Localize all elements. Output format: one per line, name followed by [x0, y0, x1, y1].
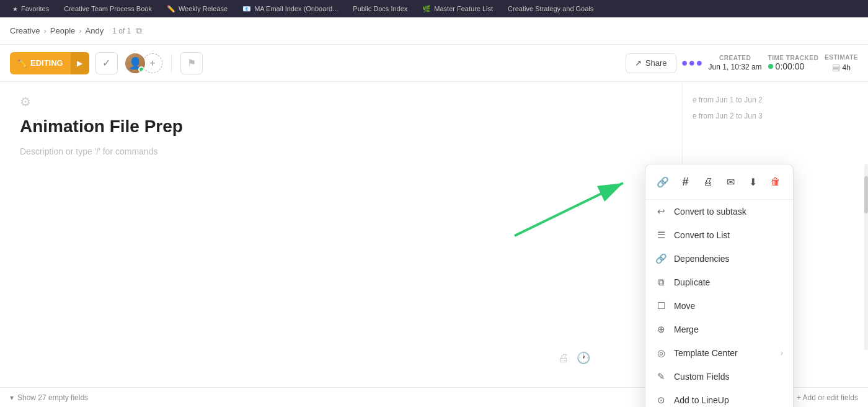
link-menu-icon[interactable]: 🔗	[653, 172, 673, 192]
chevron-down-icon: ▾	[10, 393, 14, 402]
editing-arrow[interactable]: ▶	[71, 52, 89, 74]
breadcrumb-count: 1 of 1	[112, 27, 131, 35]
avatar[interactable]	[124, 52, 146, 74]
tab-public-docs[interactable]: Public Docs Index	[345, 0, 415, 17]
share-icon: ↗	[635, 58, 642, 68]
svg-line-1	[515, 183, 623, 236]
delete-menu-icon[interactable]: 🗑	[766, 172, 786, 192]
move-icon: ☐	[655, 300, 666, 311]
scrollbar-thumb	[864, 176, 868, 213]
more-options-button[interactable]: ●●●	[683, 53, 702, 73]
convert-list-icon: ☰	[655, 230, 666, 241]
menu-icons-row: 🔗 # 🖨 ✉ ⬇ 🗑	[645, 164, 793, 200]
template-center-label: Template Center	[674, 348, 773, 358]
task-title[interactable]: Animation File Prep	[20, 117, 662, 136]
editing-button[interactable]: ✏️ EDITING ▶	[10, 52, 89, 74]
time-tracked-value: 0:00:00	[768, 61, 819, 71]
custom-fields-icon: ✎	[655, 371, 666, 382]
date-range-1: e from Jun 1 to Jun 2	[693, 92, 858, 108]
arrow-pointer	[508, 174, 639, 242]
print-bottom-icon[interactable]: 🖨	[558, 352, 569, 365]
tab-creative-team[interactable]: Creative Team Process Book	[56, 0, 159, 17]
estimate-label: ESTIMATE	[825, 54, 858, 61]
lineup-icon: ⊙	[655, 395, 666, 406]
toolbar: ✏️ EDITING ▶ ✓ + ⚑ ↗ Share ●●● CREATED J…	[0, 45, 868, 82]
duplicate-item[interactable]: ⧉ Duplicate	[645, 271, 793, 294]
breadcrumb-creative[interactable]: Creative	[10, 26, 40, 35]
scrollbar[interactable]	[864, 164, 868, 350]
pencil-icon: ✏️	[17, 59, 27, 68]
dependencies-icon: 🔗	[655, 253, 666, 264]
dependencies-item[interactable]: 🔗 Dependencies	[645, 247, 793, 271]
breadcrumb-andy[interactable]: Andy	[86, 26, 104, 35]
merge-item[interactable]: ⊕ Merge	[645, 318, 793, 341]
star-icon: ★	[12, 6, 18, 12]
created-label: CREATED	[709, 55, 762, 61]
duplicate-label: Duplicate	[674, 277, 783, 287]
template-center-item[interactable]: ◎ Template Center ›	[645, 341, 793, 365]
breadcrumb-people[interactable]: People	[50, 26, 75, 35]
convert-to-list-item[interactable]: ☰ Convert to List	[645, 223, 793, 247]
breadcrumb: Creative › People › Andy 1 of 1	[10, 26, 131, 35]
download-menu-icon[interactable]: ⬇	[743, 172, 763, 192]
settings-icon[interactable]: ⚙	[20, 94, 662, 109]
created-value: Jun 1, 10:32 am	[709, 63, 762, 71]
bottom-toolbar: 🖨 🕐	[558, 351, 590, 365]
tab-favorites[interactable]: ★ Favorites	[5, 0, 56, 17]
duplicate-icon: ⧉	[655, 277, 666, 288]
show-fields-button[interactable]: ▾ Show 27 empty fields	[10, 393, 88, 402]
dropdown-menu: 🔗 # 🖨 ✉ ⬇ 🗑 ↩ Convert to subtask ☰ Conve…	[645, 164, 794, 407]
tab-weekly-release[interactable]: ✏️ Weekly Release	[159, 0, 235, 17]
time-tracked-block: TIME TRACKED 0:00:00	[768, 55, 819, 71]
checkmark-icon: ✓	[102, 57, 110, 69]
flag-icon: ⚑	[187, 57, 196, 69]
copy-link-icon[interactable]: ⧉	[136, 25, 142, 36]
separator	[171, 54, 172, 73]
time-tracked-label: TIME TRACKED	[768, 55, 819, 61]
top-tab-bar: ★ Favorites Creative Team Process Book ✏…	[0, 0, 868, 17]
tab-creative-strategy[interactable]: Creative Strategy and Goals	[500, 0, 601, 17]
template-center-arrow: ›	[781, 349, 783, 357]
convert-subtask-icon: ↩	[655, 206, 666, 217]
print-menu-icon[interactable]: 🖨	[698, 172, 718, 192]
hash-menu-icon[interactable]: #	[675, 172, 695, 192]
share-button[interactable]: ↗ Share	[626, 53, 676, 73]
merge-label: Merge	[674, 324, 783, 334]
add-to-lineup-label: Add to LineUp	[674, 395, 783, 405]
email-menu-icon[interactable]: ✉	[720, 172, 740, 192]
created-block: CREATED Jun 1, 10:32 am	[709, 55, 762, 71]
dots-icon: ●●●	[681, 56, 704, 69]
custom-fields-label: Custom Fields	[674, 372, 783, 382]
custom-fields-item[interactable]: ✎ Custom Fields	[645, 365, 793, 388]
checkmark-button[interactable]: ✓	[95, 52, 118, 74]
timer-dot	[768, 64, 773, 69]
main-content: ⚙ Animation File Prep Description or typ…	[0, 82, 868, 387]
add-to-lineup-item[interactable]: ⊙ Add to LineUp	[645, 388, 793, 407]
move-label: Move	[674, 301, 783, 311]
toolbar-right: ↗ Share ●●● CREATED Jun 1, 10:32 am TIME…	[626, 53, 858, 73]
estimate-block: ESTIMATE ▤ 4h	[825, 54, 858, 72]
convert-to-list-label: Convert to List	[674, 230, 783, 240]
breadcrumb-bar: Creative › People › Andy 1 of 1 ⧉	[0, 17, 868, 45]
convert-to-subtask-label: Convert to subtask	[674, 207, 783, 217]
status-dot	[138, 66, 144, 73]
merge-icon: ⊕	[655, 324, 666, 335]
avatar-group: +	[124, 52, 162, 74]
description-field[interactable]: Description or type '/' for commands	[20, 146, 662, 156]
add-fields-button[interactable]: + Add or edit fields	[797, 393, 858, 402]
move-item[interactable]: ☐ Move	[645, 294, 793, 318]
history-icon[interactable]: 🕐	[577, 351, 590, 365]
tab-master-feature[interactable]: 🌿 Master Feature List	[415, 0, 500, 17]
convert-to-subtask-item[interactable]: ↩ Convert to subtask	[645, 200, 793, 223]
tab-ma-email[interactable]: 📧 MA Email Index (Onboard...	[235, 0, 345, 17]
flag-button[interactable]: ⚑	[180, 52, 203, 74]
estimate-value: ▤ 4h	[825, 62, 858, 72]
dependencies-label: Dependencies	[674, 254, 783, 264]
template-icon: ◎	[655, 347, 666, 359]
date-range-2: e from Jun 2 to Jun 3	[693, 108, 858, 124]
